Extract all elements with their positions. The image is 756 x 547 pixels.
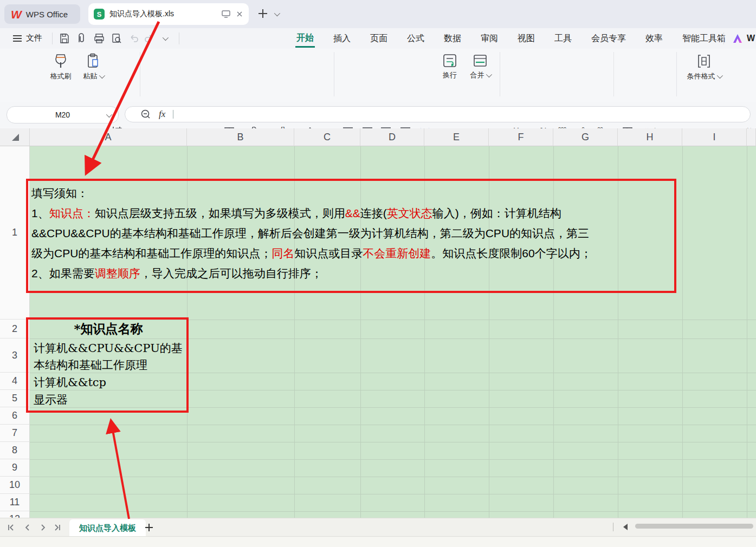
divider xyxy=(334,52,334,96)
prev-sheet-icon[interactable] xyxy=(23,523,33,532)
tab-smart-toolbox[interactable]: 智能工具箱 xyxy=(681,30,727,47)
divider xyxy=(52,32,53,44)
format-painter-icon xyxy=(54,53,68,69)
search-icon[interactable] xyxy=(140,109,151,120)
last-sheet-icon[interactable] xyxy=(52,523,62,532)
wrap-label: 换行 xyxy=(443,70,457,80)
wps-home-button[interactable]: W WPS Office xyxy=(4,4,80,24)
column-header-C[interactable]: C xyxy=(294,128,360,146)
conditional-format-label: 条件格式 xyxy=(687,71,715,81)
name-box-dropdown-icon[interactable] xyxy=(106,112,112,118)
divider xyxy=(613,523,613,531)
row-header-4[interactable]: 4 xyxy=(0,373,30,390)
column-header-E[interactable]: E xyxy=(424,128,489,146)
paste-dropdown-icon[interactable] xyxy=(99,73,105,79)
tab-efficiency[interactable]: 效率 xyxy=(644,30,664,47)
next-sheet-icon[interactable] xyxy=(38,523,48,532)
column-header-G[interactable]: G xyxy=(553,128,618,146)
quickbar-more-icon[interactable] xyxy=(163,35,169,41)
format-painter-button[interactable]: 格式刷 xyxy=(46,53,76,81)
name-box[interactable]: M20 xyxy=(7,106,119,123)
tab-insert[interactable]: 插入 xyxy=(332,30,352,47)
merge-label: 合并 xyxy=(470,70,484,80)
tab-view[interactable]: 视图 xyxy=(516,30,536,47)
format-painter-label: 格式刷 xyxy=(50,71,72,81)
undo-icon[interactable] xyxy=(128,32,140,44)
menubar: 文件 开始 插入 页面 公式 数据 审阅 视图 工具 xyxy=(0,28,756,49)
wrap-text-icon xyxy=(442,53,457,68)
row-header-2[interactable]: 2 xyxy=(0,320,30,338)
row-header-11[interactable]: 11 xyxy=(0,494,30,511)
tab-tools[interactable]: 工具 xyxy=(553,30,573,47)
wps-ai-icon xyxy=(732,34,743,43)
column-header-D[interactable]: D xyxy=(360,128,424,146)
column-header-H[interactable]: H xyxy=(618,128,682,146)
column-header-F[interactable]: F xyxy=(489,128,553,146)
new-tab-icon[interactable] xyxy=(257,8,269,22)
row-header-6[interactable]: 6 xyxy=(0,407,30,425)
paste-button[interactable]: 粘贴 xyxy=(78,53,108,81)
row-header-7[interactable]: 7 xyxy=(0,425,30,442)
row-header-5[interactable]: 5 xyxy=(0,390,30,407)
first-sheet-icon[interactable] xyxy=(7,523,16,532)
row-header-9[interactable]: 9 xyxy=(0,459,30,477)
active-cell-reference: M20 xyxy=(55,110,70,119)
column-header-partial[interactable] xyxy=(747,128,756,146)
divider xyxy=(676,52,677,96)
tab-review[interactable]: 审阅 xyxy=(480,30,499,47)
data-annotation-box xyxy=(26,317,189,413)
row-header-8[interactable]: 8 xyxy=(0,442,30,459)
hamburger-icon[interactable] xyxy=(13,35,22,36)
fx-icon[interactable]: fx xyxy=(159,109,165,120)
ribbon-toolbar: 格式刷 粘贴 Arial 10 A+ A- B I U A xyxy=(0,49,756,102)
tab-list-dropdown-icon[interactable] xyxy=(274,10,280,16)
sheet-tab-active[interactable]: 知识点导入模板 xyxy=(69,519,146,537)
column-header-A[interactable]: A xyxy=(30,128,187,146)
row-header-3[interactable]: 3 xyxy=(0,338,30,373)
add-sheet-icon[interactable] xyxy=(144,523,154,535)
tab-page[interactable]: 页面 xyxy=(369,30,389,47)
monitor-icon[interactable] xyxy=(221,10,231,18)
select-all-triangle-icon xyxy=(12,134,19,141)
divider xyxy=(179,32,179,44)
scroll-left-icon[interactable] xyxy=(623,524,628,530)
print-icon[interactable] xyxy=(93,32,105,44)
document-title: 知识点导入模板.xls xyxy=(109,9,216,19)
wps-spreadsheet-window: W WPS Office S 知识点导入模板.xls 文件 xyxy=(0,0,756,547)
wrap-text-button[interactable]: 换行 xyxy=(437,53,463,80)
conditional-format-dropdown-icon[interactable] xyxy=(716,73,722,79)
close-tab-icon[interactable] xyxy=(236,10,243,18)
paste-icon xyxy=(86,53,100,69)
formula-cursor xyxy=(173,110,173,119)
row-header-10[interactable]: 10 xyxy=(0,477,30,494)
merge-cells-button[interactable]: 合并 xyxy=(466,53,494,80)
ai-label: W xyxy=(747,34,755,43)
tab-member[interactable]: 会员专享 xyxy=(590,30,627,47)
divider xyxy=(613,52,614,96)
horizontal-scrollbar[interactable] xyxy=(635,524,753,529)
document-tab[interactable]: S 知识点导入模板.xls xyxy=(88,3,249,25)
spreadsheet-doc-icon: S xyxy=(94,9,105,19)
formula-bar: M20 fx xyxy=(0,102,756,127)
column-header-I[interactable]: I xyxy=(682,128,747,146)
merge-cells-icon xyxy=(473,53,488,68)
formula-input[interactable]: fx xyxy=(125,106,751,122)
column-header-B[interactable]: B xyxy=(187,128,294,146)
export-icon[interactable] xyxy=(76,32,88,44)
instructions-annotation-box xyxy=(26,179,676,293)
divider xyxy=(140,52,140,96)
conditional-format-button[interactable]: 条件格式 xyxy=(684,53,724,81)
save-icon[interactable] xyxy=(59,32,70,44)
merge-dropdown-icon[interactable] xyxy=(486,71,492,77)
find-icon[interactable] xyxy=(111,32,122,44)
select-all-corner[interactable] xyxy=(0,128,30,146)
tab-data[interactable]: 数据 xyxy=(443,30,462,47)
tab-formula[interactable]: 公式 xyxy=(406,30,425,47)
app-name: WPS Office xyxy=(26,10,68,19)
redo-icon[interactable] xyxy=(143,32,155,44)
file-menu[interactable]: 文件 xyxy=(26,33,42,43)
tab-home[interactable]: 开始 xyxy=(295,30,315,48)
row-header-1[interactable]: 1 xyxy=(0,146,30,320)
ai-assistant-button[interactable]: W xyxy=(723,28,756,49)
divider xyxy=(723,32,724,44)
